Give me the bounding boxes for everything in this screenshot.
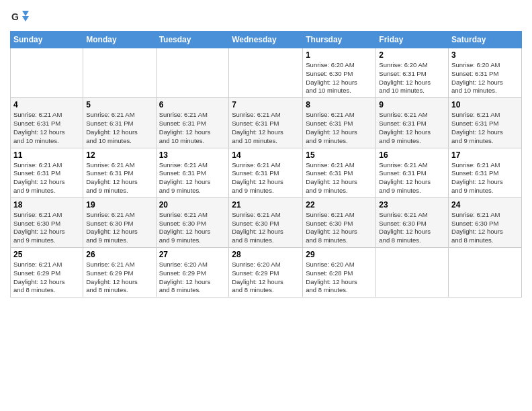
day-number: 6 bbox=[159, 100, 226, 109]
day-number: 8 bbox=[306, 100, 373, 109]
calendar-week-row: 11Sunrise: 6:21 AM Sunset: 6:31 PM Dayli… bbox=[11, 148, 522, 197]
day-info: Sunrise: 6:20 AM Sunset: 6:29 PM Dayligh… bbox=[232, 261, 300, 295]
calendar-body: 1Sunrise: 6:20 AM Sunset: 6:30 PM Daylig… bbox=[11, 48, 522, 298]
calendar-day-header: Sunday bbox=[11, 32, 83, 48]
day-number: 14 bbox=[232, 150, 300, 160]
day-number: 12 bbox=[86, 150, 152, 160]
day-info: Sunrise: 6:21 AM Sunset: 6:31 PM Dayligh… bbox=[159, 161, 226, 195]
day-info: Sunrise: 6:20 AM Sunset: 6:28 PM Dayligh… bbox=[306, 261, 373, 295]
calendar-cell: 2Sunrise: 6:20 AM Sunset: 6:31 PM Daylig… bbox=[376, 48, 449, 98]
day-info: Sunrise: 6:21 AM Sunset: 6:31 PM Dayligh… bbox=[13, 161, 80, 195]
day-info: Sunrise: 6:21 AM Sunset: 6:31 PM Dayligh… bbox=[451, 161, 519, 195]
calendar-cell: 25Sunrise: 6:21 AM Sunset: 6:29 PM Dayli… bbox=[11, 248, 83, 298]
calendar-header-row: SundayMondayTuesdayWednesdayThursdayFrid… bbox=[11, 32, 522, 48]
calendar-cell: 22Sunrise: 6:21 AM Sunset: 6:30 PM Dayli… bbox=[303, 197, 376, 247]
day-info: Sunrise: 6:21 AM Sunset: 6:31 PM Dayligh… bbox=[159, 111, 226, 145]
calendar-cell bbox=[83, 48, 156, 98]
day-number: 2 bbox=[379, 50, 445, 60]
calendar-cell: 8Sunrise: 6:21 AM Sunset: 6:31 PM Daylig… bbox=[303, 98, 376, 148]
day-number: 24 bbox=[451, 200, 519, 210]
calendar-cell: 23Sunrise: 6:21 AM Sunset: 6:30 PM Dayli… bbox=[376, 197, 449, 247]
day-info: Sunrise: 6:21 AM Sunset: 6:31 PM Dayligh… bbox=[379, 161, 445, 195]
calendar-cell: 7Sunrise: 6:21 AM Sunset: 6:31 PM Daylig… bbox=[229, 98, 303, 148]
day-info: Sunrise: 6:21 AM Sunset: 6:31 PM Dayligh… bbox=[86, 161, 152, 195]
day-number: 18 bbox=[13, 200, 80, 210]
calendar-cell: 15Sunrise: 6:21 AM Sunset: 6:31 PM Dayli… bbox=[303, 148, 376, 197]
day-info: Sunrise: 6:21 AM Sunset: 6:31 PM Dayligh… bbox=[379, 111, 445, 145]
day-info: Sunrise: 6:21 AM Sunset: 6:30 PM Dayligh… bbox=[13, 211, 80, 245]
day-number: 1 bbox=[306, 50, 373, 60]
day-number: 17 bbox=[451, 150, 519, 160]
calendar-day-header: Thursday bbox=[303, 32, 376, 48]
calendar-cell: 16Sunrise: 6:21 AM Sunset: 6:31 PM Dayli… bbox=[376, 148, 449, 197]
day-number: 4 bbox=[13, 100, 80, 109]
day-number: 13 bbox=[159, 150, 226, 160]
calendar-cell: 4Sunrise: 6:21 AM Sunset: 6:31 PM Daylig… bbox=[11, 98, 83, 148]
calendar-cell bbox=[229, 48, 303, 98]
calendar-cell: 26Sunrise: 6:21 AM Sunset: 6:29 PM Dayli… bbox=[83, 248, 156, 298]
calendar-cell: 12Sunrise: 6:21 AM Sunset: 6:31 PM Dayli… bbox=[83, 148, 156, 197]
day-number: 19 bbox=[86, 200, 152, 210]
day-number: 21 bbox=[232, 200, 300, 210]
calendar-cell bbox=[376, 248, 449, 298]
calendar-cell: 29Sunrise: 6:20 AM Sunset: 6:28 PM Dayli… bbox=[303, 248, 376, 298]
calendar-cell: 6Sunrise: 6:21 AM Sunset: 6:31 PM Daylig… bbox=[156, 98, 229, 148]
logo: G bbox=[10, 7, 32, 26]
calendar-cell: 19Sunrise: 6:21 AM Sunset: 6:30 PM Dayli… bbox=[83, 197, 156, 247]
day-info: Sunrise: 6:21 AM Sunset: 6:30 PM Dayligh… bbox=[232, 211, 300, 245]
calendar-day-header: Friday bbox=[376, 32, 449, 48]
logo-icon: G bbox=[10, 7, 29, 26]
calendar-cell: 1Sunrise: 6:20 AM Sunset: 6:30 PM Daylig… bbox=[303, 48, 376, 98]
day-info: Sunrise: 6:21 AM Sunset: 6:31 PM Dayligh… bbox=[306, 161, 373, 195]
day-number: 10 bbox=[451, 100, 519, 109]
calendar-cell: 18Sunrise: 6:21 AM Sunset: 6:30 PM Dayli… bbox=[11, 197, 83, 247]
calendar-cell: 11Sunrise: 6:21 AM Sunset: 6:31 PM Dayli… bbox=[11, 148, 83, 197]
calendar-cell: 3Sunrise: 6:20 AM Sunset: 6:31 PM Daylig… bbox=[449, 48, 522, 98]
day-info: Sunrise: 6:21 AM Sunset: 6:29 PM Dayligh… bbox=[13, 261, 80, 295]
day-number: 20 bbox=[159, 200, 226, 210]
calendar-cell: 24Sunrise: 6:21 AM Sunset: 6:30 PM Dayli… bbox=[449, 197, 522, 247]
day-info: Sunrise: 6:20 AM Sunset: 6:30 PM Dayligh… bbox=[306, 61, 373, 95]
calendar-cell: 27Sunrise: 6:20 AM Sunset: 6:29 PM Dayli… bbox=[156, 248, 229, 298]
calendar-cell bbox=[156, 48, 229, 98]
day-info: Sunrise: 6:21 AM Sunset: 6:30 PM Dayligh… bbox=[306, 211, 373, 245]
day-number: 11 bbox=[13, 150, 80, 160]
day-number: 22 bbox=[306, 200, 373, 210]
calendar-day-header: Tuesday bbox=[156, 32, 229, 48]
calendar-cell: 21Sunrise: 6:21 AM Sunset: 6:30 PM Dayli… bbox=[229, 197, 303, 247]
day-number: 9 bbox=[379, 100, 445, 109]
svg-text:G: G bbox=[11, 11, 19, 22]
calendar-cell bbox=[11, 48, 83, 98]
day-number: 15 bbox=[306, 150, 373, 160]
day-info: Sunrise: 6:21 AM Sunset: 6:31 PM Dayligh… bbox=[13, 111, 80, 145]
calendar-cell bbox=[449, 248, 522, 298]
calendar-day-header: Saturday bbox=[449, 32, 522, 48]
day-info: Sunrise: 6:20 AM Sunset: 6:31 PM Dayligh… bbox=[451, 61, 519, 95]
day-number: 23 bbox=[379, 200, 445, 210]
calendar-day-header: Monday bbox=[83, 32, 156, 48]
day-number: 29 bbox=[306, 250, 373, 259]
day-info: Sunrise: 6:21 AM Sunset: 6:31 PM Dayligh… bbox=[306, 111, 373, 145]
calendar-cell: 20Sunrise: 6:21 AM Sunset: 6:30 PM Dayli… bbox=[156, 197, 229, 247]
day-info: Sunrise: 6:21 AM Sunset: 6:30 PM Dayligh… bbox=[451, 211, 519, 245]
calendar-week-row: 1Sunrise: 6:20 AM Sunset: 6:30 PM Daylig… bbox=[11, 48, 522, 98]
day-info: Sunrise: 6:21 AM Sunset: 6:31 PM Dayligh… bbox=[232, 161, 300, 195]
calendar-cell: 17Sunrise: 6:21 AM Sunset: 6:31 PM Dayli… bbox=[449, 148, 522, 197]
calendar-week-row: 4Sunrise: 6:21 AM Sunset: 6:31 PM Daylig… bbox=[11, 98, 522, 148]
day-info: Sunrise: 6:21 AM Sunset: 6:31 PM Dayligh… bbox=[232, 111, 300, 145]
calendar-table: SundayMondayTuesdayWednesdayThursdayFrid… bbox=[10, 31, 522, 298]
calendar-cell: 13Sunrise: 6:21 AM Sunset: 6:31 PM Dayli… bbox=[156, 148, 229, 197]
day-info: Sunrise: 6:21 AM Sunset: 6:30 PM Dayligh… bbox=[86, 211, 152, 245]
day-info: Sunrise: 6:21 AM Sunset: 6:31 PM Dayligh… bbox=[451, 111, 519, 145]
day-number: 3 bbox=[451, 50, 519, 60]
calendar-cell: 9Sunrise: 6:21 AM Sunset: 6:31 PM Daylig… bbox=[376, 98, 449, 148]
day-number: 7 bbox=[232, 100, 300, 109]
day-info: Sunrise: 6:21 AM Sunset: 6:30 PM Dayligh… bbox=[379, 211, 445, 245]
day-number: 5 bbox=[86, 100, 152, 109]
calendar-day-header: Wednesday bbox=[229, 32, 303, 48]
day-number: 16 bbox=[379, 150, 445, 160]
calendar-cell: 14Sunrise: 6:21 AM Sunset: 6:31 PM Dayli… bbox=[229, 148, 303, 197]
day-number: 27 bbox=[159, 250, 226, 259]
calendar-week-row: 25Sunrise: 6:21 AM Sunset: 6:29 PM Dayli… bbox=[11, 248, 522, 298]
calendar-week-row: 18Sunrise: 6:21 AM Sunset: 6:30 PM Dayli… bbox=[11, 197, 522, 247]
